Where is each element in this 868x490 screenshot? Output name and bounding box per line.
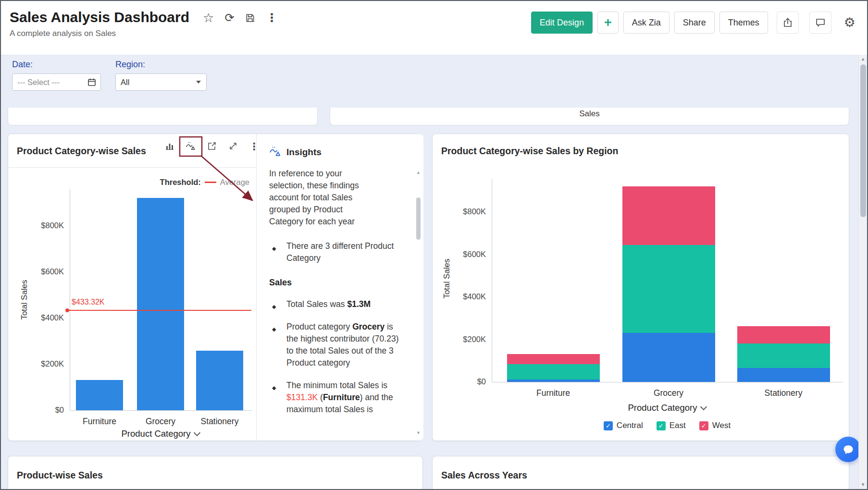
legend-item-west[interactable]: ✓West bbox=[699, 421, 731, 430]
y-axis-line bbox=[70, 189, 70, 410]
scroll-up-icon[interactable]: ▲ bbox=[416, 170, 421, 175]
bar-stationery[interactable] bbox=[196, 351, 243, 410]
share-button[interactable]: Share bbox=[674, 12, 715, 34]
favorite-star-icon[interactable]: ☆ bbox=[203, 12, 214, 24]
insights-panel: Insights In reference to your selection,… bbox=[256, 134, 423, 441]
legend-label: Central bbox=[617, 421, 643, 430]
card-sales-across-years: Sales Across Years bbox=[432, 456, 849, 490]
card-category-sales-by-region: Product Category-wise Sales by Region To… bbox=[432, 134, 849, 441]
insight-bullet: ◆There are 3 different Product Category bbox=[269, 240, 401, 264]
card-title: Product-wise Sales bbox=[17, 470, 103, 481]
x-axis-line bbox=[492, 382, 843, 382]
y-axis-tick: $600K bbox=[447, 250, 486, 259]
y-axis-tick: $400K bbox=[447, 292, 486, 301]
refresh-icon[interactable]: ⟳ bbox=[224, 12, 234, 24]
card-title: Product Category-wise Sales by Region bbox=[441, 146, 618, 157]
checkbox-checked-icon[interactable]: ✓ bbox=[657, 421, 666, 430]
threshold-value: $433.32K bbox=[72, 298, 105, 306]
page-scrollbar[interactable]: ▲ ▼ bbox=[858, 55, 867, 489]
region-filter-select[interactable]: All bbox=[115, 74, 207, 91]
region-filter-label: Region: bbox=[115, 60, 207, 70]
threshold-line-swatch bbox=[205, 182, 216, 183]
x-axis-tick: Stationery bbox=[735, 388, 831, 398]
legend-label: West bbox=[712, 421, 731, 430]
legend-item-east[interactable]: ✓East bbox=[657, 421, 686, 430]
ask-zia-button[interactable]: Ask Zia bbox=[623, 12, 670, 34]
y-axis-line bbox=[492, 179, 492, 382]
region-filter: Region: All bbox=[115, 60, 207, 91]
comments-button[interactable] bbox=[809, 12, 831, 34]
export-icon bbox=[782, 17, 793, 28]
scroll-up-icon[interactable]: ▲ bbox=[861, 55, 866, 63]
calendar-icon[interactable] bbox=[83, 74, 100, 90]
region-filter-value: All bbox=[116, 78, 196, 87]
more-options-icon[interactable]: ⋮ bbox=[266, 12, 277, 24]
zia-icon bbox=[269, 146, 282, 159]
page-title: Sales Analysis Dashboard bbox=[10, 8, 189, 27]
bar-segment-central-stationery[interactable] bbox=[737, 368, 830, 382]
y-axis-tick: $200K bbox=[447, 335, 486, 344]
bullet-diamond-icon: ◆ bbox=[272, 301, 276, 313]
date-filter: Date: --- Select --- bbox=[12, 60, 101, 91]
insight-bullet: ◆Product category Grocery is the highest… bbox=[269, 321, 401, 369]
scroll-down-icon[interactable]: ▼ bbox=[416, 430, 421, 436]
x-axis-title[interactable]: Product Category bbox=[492, 403, 843, 413]
threshold-legend-text: Average bbox=[220, 178, 249, 187]
bar-grocery[interactable] bbox=[137, 198, 184, 410]
threshold-legend: Threshold: Average bbox=[160, 178, 249, 187]
insight-heading: Sales bbox=[269, 278, 402, 288]
threshold-line bbox=[67, 310, 251, 311]
bar-furniture[interactable] bbox=[76, 380, 123, 410]
legend-label: East bbox=[670, 421, 686, 430]
cutoff-axis-label: Sales bbox=[330, 108, 849, 119]
card-partial-left bbox=[8, 108, 318, 125]
bar-segment-central-furniture[interactable] bbox=[507, 380, 600, 382]
page-subtitle: A complete analysis on Sales bbox=[10, 29, 277, 38]
add-button[interactable]: + bbox=[597, 12, 619, 34]
chat-icon bbox=[842, 443, 855, 456]
bar-segment-west-grocery[interactable] bbox=[622, 186, 715, 245]
y-axis-tick: $0 bbox=[447, 377, 486, 386]
zia-assistant-button[interactable] bbox=[835, 437, 861, 462]
edit-design-button[interactable]: Edit Design bbox=[531, 12, 593, 34]
chart-legend: ✓Central✓East✓West bbox=[492, 421, 843, 430]
chart-type-icon[interactable] bbox=[164, 141, 175, 151]
header: Sales Analysis Dashboard ☆ ⟳ ⋮ A complet… bbox=[1, 1, 867, 55]
insights-scrollbar[interactable]: ▲ ▼ bbox=[415, 170, 422, 436]
bullet-diamond-icon: ◆ bbox=[272, 382, 276, 394]
x-axis-line bbox=[70, 410, 252, 411]
threshold-label: Threshold: bbox=[160, 178, 201, 187]
header-actions: Edit Design + Ask Zia Share Themes ⚙ bbox=[531, 12, 856, 34]
scrollbar-thumb[interactable] bbox=[860, 64, 866, 217]
chart-toolbar: ⋮ bbox=[164, 141, 259, 151]
insights-body: In reference to your selection, these fi… bbox=[257, 168, 423, 416]
insights-title: Insights bbox=[286, 147, 322, 158]
chevron-down-icon bbox=[194, 429, 200, 436]
bar-segment-central-grocery[interactable] bbox=[622, 333, 715, 382]
bar-segment-east-stationery[interactable] bbox=[737, 343, 830, 368]
insights-header: Insights bbox=[257, 134, 423, 159]
bar-segment-east-furniture[interactable] bbox=[507, 364, 600, 380]
date-filter-select[interactable]: --- Select --- bbox=[12, 74, 101, 91]
x-axis-title-text: Product Category bbox=[628, 403, 697, 413]
checkbox-checked-icon[interactable]: ✓ bbox=[699, 421, 708, 430]
checkbox-checked-icon[interactable]: ✓ bbox=[604, 421, 613, 430]
x-axis-title[interactable]: Product Category bbox=[70, 429, 251, 439]
y-axis-tick: $800K bbox=[25, 221, 64, 230]
insights-scrollbar-thumb[interactable] bbox=[416, 197, 421, 240]
open-in-new-icon[interactable] bbox=[207, 141, 217, 151]
settings-gear-icon[interactable]: ⚙ bbox=[844, 16, 856, 29]
zia-insights-icon[interactable] bbox=[186, 141, 196, 151]
bar-segment-west-furniture[interactable] bbox=[507, 354, 600, 364]
themes-button[interactable]: Themes bbox=[719, 12, 768, 34]
expand-icon[interactable] bbox=[228, 141, 238, 151]
legend-item-central[interactable]: ✓Central bbox=[604, 421, 643, 430]
bar-segment-east-grocery[interactable] bbox=[622, 245, 715, 333]
scroll-down-icon[interactable]: ▼ bbox=[861, 480, 866, 489]
export-button[interactable] bbox=[777, 12, 799, 34]
bar-segment-west-stationery[interactable] bbox=[737, 326, 830, 343]
bullet-diamond-icon: ◆ bbox=[272, 323, 276, 335]
y-axis-tick: $800K bbox=[447, 207, 486, 216]
bullet-diamond-icon: ◆ bbox=[272, 243, 276, 255]
save-icon[interactable] bbox=[245, 12, 255, 23]
